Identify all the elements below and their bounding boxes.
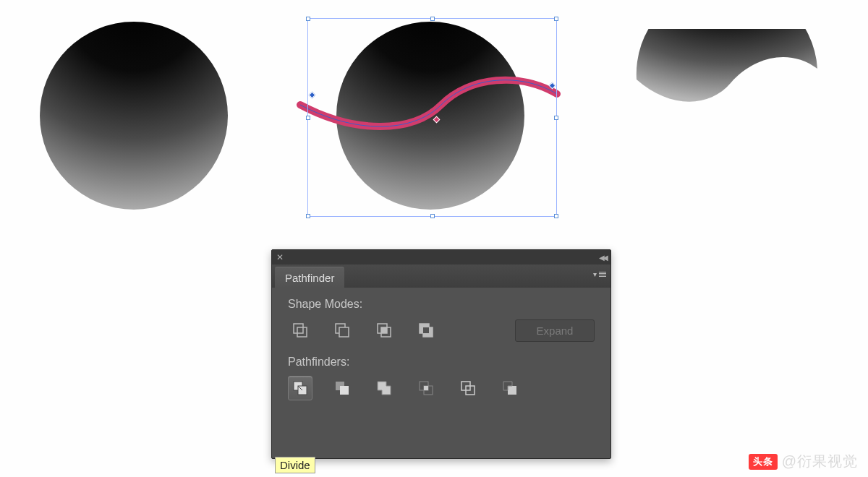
trim-button[interactable] — [330, 376, 354, 400]
svg-rect-14 — [340, 386, 349, 395]
divided-shape-result[interactable] — [629, 29, 832, 130]
svg-rect-6 — [381, 327, 387, 333]
crop-button[interactable] — [414, 376, 438, 400]
watermark-badge: 头条 — [749, 454, 778, 470]
unite-button[interactable] — [288, 318, 312, 343]
svg-rect-1 — [297, 327, 307, 337]
resize-handle[interactable] — [554, 17, 558, 21]
divide-button[interactable] — [288, 376, 312, 400]
intersect-button[interactable] — [372, 318, 396, 343]
collapse-icon[interactable]: ◀◀ — [599, 254, 606, 262]
tab-pathfinder[interactable]: Pathfinder — [275, 267, 344, 288]
resize-handle[interactable] — [554, 116, 558, 120]
selection-bounding-box[interactable] — [307, 18, 557, 217]
pathfinders-row — [288, 376, 595, 400]
minus-back-button[interactable] — [498, 376, 522, 400]
canvas-area[interactable] — [0, 0, 868, 246]
svg-rect-0 — [294, 324, 303, 333]
exclude-button[interactable] — [414, 318, 438, 343]
svg-rect-20 — [508, 386, 516, 395]
svg-rect-9 — [423, 327, 429, 333]
close-icon[interactable]: ✕ — [276, 252, 284, 262]
svg-rect-17 — [424, 386, 428, 390]
watermark: 头条 @衍果视觉 — [749, 452, 858, 471]
pathfinders-label: Pathfinders: — [288, 356, 595, 369]
panel-tabs: Pathfinder ▾ — [272, 265, 610, 288]
panel-menu-icon[interactable]: ▾ — [593, 270, 606, 278]
panel-titlebar[interactable]: ✕ ◀◀ — [272, 250, 610, 265]
resize-handle[interactable] — [430, 17, 435, 21]
svg-rect-3 — [339, 327, 349, 337]
resize-handle[interactable] — [306, 17, 310, 21]
minus-front-button[interactable] — [330, 318, 354, 343]
resize-handle[interactable] — [430, 214, 435, 218]
shape-modes-row: Expand — [288, 318, 595, 343]
resize-handle[interactable] — [554, 214, 558, 218]
tooltip: Divide — [275, 457, 315, 473]
resize-handle[interactable] — [306, 116, 310, 120]
shape-modes-label: Shape Modes: — [288, 298, 595, 311]
expand-button: Expand — [515, 319, 595, 342]
outline-button[interactable] — [456, 376, 480, 400]
gradient-circle-step1[interactable] — [40, 22, 228, 210]
resize-handle[interactable] — [306, 214, 310, 218]
pathfinder-panel: ✕ ◀◀ Pathfinder ▾ Shape Modes: Expand Pa… — [271, 249, 611, 459]
merge-button[interactable] — [372, 376, 396, 400]
watermark-text: @衍果视觉 — [782, 452, 858, 471]
